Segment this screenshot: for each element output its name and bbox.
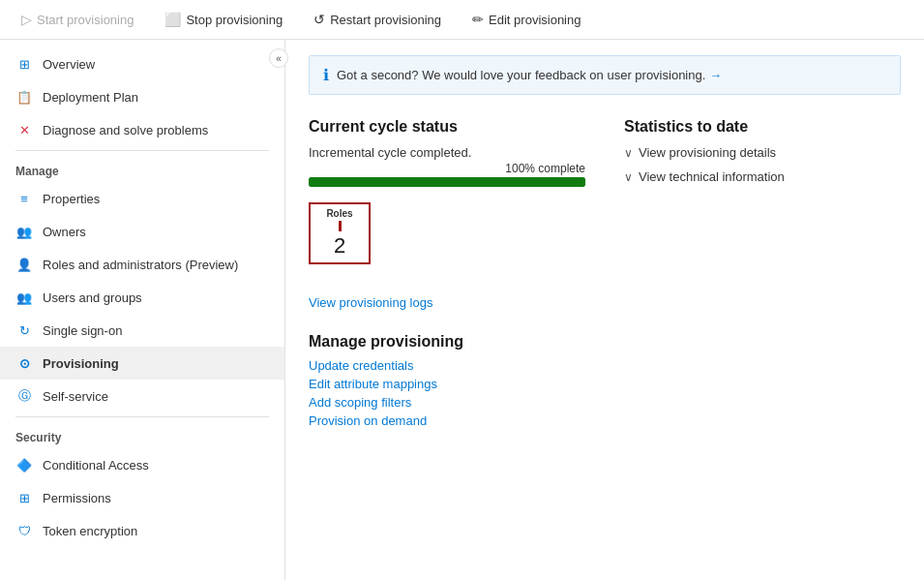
sidebar-item-token-encryption[interactable]: 🛡 Token encryption [0, 514, 284, 547]
sidebar-item-overview[interactable]: ⊞ Overview [0, 47, 284, 80]
view-technical-information-label: View technical information [639, 169, 785, 184]
update-credentials-link[interactable]: Update credentials [309, 358, 585, 373]
sidebar-item-diagnose[interactable]: ✕ Diagnose and solve problems [0, 113, 284, 146]
sidebar-item-deployment-plan[interactable]: 📋 Deployment Plan [0, 80, 284, 113]
overview-icon: ⊞ [15, 55, 33, 73]
current-cycle-title: Current cycle status [309, 118, 585, 136]
chevron-down-icon-1: ∨ [624, 146, 633, 160]
roles-card-label: Roles [326, 208, 352, 219]
token-encryption-icon: 🛡 [15, 522, 33, 539]
banner-text: Got a second? We would love your feedbac… [337, 68, 722, 82]
view-provisioning-details-label: View provisioning details [639, 145, 776, 160]
edit-provisioning-button[interactable]: ✏ Edit provisioning [466, 8, 586, 31]
start-icon: ▷ [21, 12, 32, 27]
progress-bar-fill [309, 177, 585, 187]
add-scoping-filters-link[interactable]: Add scoping filters [309, 395, 585, 410]
sidebar-item-conditional-access[interactable]: 🔷 Conditional Access [0, 448, 284, 481]
view-provisioning-logs-link[interactable]: View provisioning logs [309, 295, 432, 310]
toolbar: ▷ Start provisioning ⬜ Stop provisioning… [0, 0, 924, 40]
restart-provisioning-button[interactable]: ↺ Restart provisioning [308, 8, 447, 31]
users-groups-icon: 👥 [15, 289, 33, 306]
deployment-plan-icon: 📋 [15, 88, 33, 106]
progress-label: 100% complete [309, 162, 585, 175]
right-column: Statistics to date ∨ View provisioning d… [624, 118, 901, 432]
sidebar-item-owners[interactable]: 👥 Owners [0, 215, 284, 248]
properties-icon: ≡ [15, 190, 33, 207]
sidebar-collapse-button[interactable]: « [269, 48, 285, 68]
owners-icon: 👥 [15, 223, 33, 240]
self-service-icon: Ⓖ [15, 387, 33, 405]
chevron-down-icon-2: ∨ [624, 170, 633, 184]
left-column: Current cycle status Incremental cycle c… [309, 118, 585, 432]
edit-icon: ✏ [472, 12, 484, 27]
sidebar-item-sso[interactable]: ↻ Single sign-on [0, 314, 284, 347]
sidebar-item-permissions[interactable]: ⊞ Permissions [0, 481, 284, 514]
security-section-label: Security [0, 421, 284, 448]
roles-card-number: 2 [334, 233, 345, 259]
roles-card-bar [339, 221, 342, 231]
manage-provisioning-title: Manage provisioning [309, 333, 585, 351]
provisioning-icon: ⊙ [15, 354, 33, 372]
banner-link[interactable]: → [709, 68, 722, 82]
sidebar-item-properties[interactable]: ≡ Properties [0, 182, 284, 215]
stop-provisioning-button[interactable]: ⬜ Stop provisioning [159, 8, 288, 31]
roles-admins-icon: 👤 [15, 256, 33, 273]
sidebar: « ⊞ Overview 📋 Deployment Plan ✕ Diagnos… [0, 40, 285, 580]
cycle-status-text: Incremental cycle completed. [309, 145, 585, 160]
sidebar-item-users-groups[interactable]: 👥 Users and groups [0, 281, 284, 314]
diagnose-icon: ✕ [15, 121, 33, 138]
view-technical-information-item[interactable]: ∨ View technical information [624, 169, 901, 184]
statistics-title: Statistics to date [624, 118, 901, 136]
sidebar-item-roles-admins[interactable]: 👤 Roles and administrators (Preview) [0, 248, 284, 281]
edit-attribute-mappings-link[interactable]: Edit attribute mappings [309, 377, 585, 391]
info-icon: ℹ [323, 66, 329, 84]
sidebar-item-self-service[interactable]: Ⓖ Self-service [0, 380, 284, 412]
info-banner: ℹ Got a second? We would love your feedb… [309, 55, 901, 95]
permissions-icon: ⊞ [15, 489, 33, 506]
divider-manage [15, 150, 269, 151]
main-layout: « ⊞ Overview 📋 Deployment Plan ✕ Diagnos… [0, 40, 924, 580]
start-provisioning-button[interactable]: ▷ Start provisioning [15, 8, 139, 31]
restart-icon: ↺ [313, 12, 325, 27]
progress-bar-container [309, 177, 585, 187]
stop-icon: ⬜ [164, 12, 181, 27]
divider-security [15, 416, 269, 417]
provision-on-demand-link[interactable]: Provision on demand [309, 413, 585, 428]
roles-card: Roles 2 [309, 202, 371, 264]
main-content: ℹ Got a second? We would love your feedb… [285, 40, 924, 580]
sso-icon: ↻ [15, 321, 33, 339]
conditional-access-icon: 🔷 [15, 456, 33, 473]
manage-section-label: Manage [0, 155, 284, 182]
two-column-layout: Current cycle status Incremental cycle c… [309, 118, 901, 432]
sidebar-item-provisioning[interactable]: ⊙ Provisioning [0, 347, 284, 380]
view-provisioning-details-item[interactable]: ∨ View provisioning details [624, 145, 901, 160]
